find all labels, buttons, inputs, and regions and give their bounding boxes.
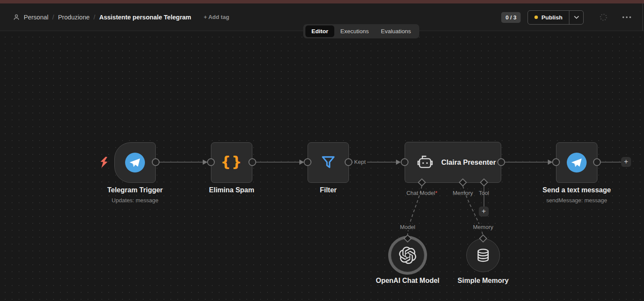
- workspace-color-strip: [0, 0, 644, 3]
- publish-status-dot-icon: [534, 16, 538, 19]
- node-title: Elimina Spam: [188, 186, 275, 194]
- edge-label-memory: Memory: [469, 224, 497, 230]
- breadcrumb-project[interactable]: Personal: [24, 14, 48, 21]
- trigger-bolt-icon: [100, 157, 108, 170]
- breadcrumb: Personal / Produzione / Assistente perso…: [13, 13, 229, 21]
- node-title: Send a text message: [534, 186, 620, 194]
- chevron-down-icon: [574, 16, 579, 19]
- breadcrumb-separator: /: [94, 13, 95, 21]
- publish-button-label: Publish: [541, 14, 562, 21]
- publish-counter-badge: 0 / 3: [501, 12, 521, 23]
- header-actions: 0 / 3 Publish: [501, 3, 631, 31]
- workflow-canvas[interactable]: Telegram Trigger Updates: message {} Eli…: [0, 31, 644, 301]
- node-title: Telegram Trigger: [92, 186, 178, 194]
- workflow-name[interactable]: Assistente personale Telegram: [99, 14, 191, 21]
- openai-icon: [399, 247, 416, 264]
- node-label: Claira Presenter: [441, 158, 496, 166]
- tab-evaluations[interactable]: Evaluations: [375, 25, 417, 37]
- add-node-button[interactable]: +: [621, 157, 631, 167]
- database-icon: [475, 248, 491, 263]
- node-title: Simple Memory: [431, 277, 535, 285]
- telegram-icon: [567, 153, 587, 172]
- code-braces-icon: {}: [221, 154, 243, 170]
- view-tabs: Editor Executions Evaluations: [303, 24, 419, 38]
- publish-dropdown-button[interactable]: [569, 11, 583, 24]
- tab-editor[interactable]: Editor: [305, 25, 334, 37]
- node-filter[interactable]: [308, 142, 349, 183]
- add-tag-button[interactable]: + Add tag: [204, 14, 229, 20]
- person-icon: [13, 14, 20, 21]
- header-right-divider: [642, 3, 643, 31]
- tab-executions[interactable]: Executions: [334, 25, 375, 37]
- publish-button[interactable]: Publish: [528, 10, 584, 25]
- node-title: Filter: [285, 186, 371, 194]
- edge-label-model: Model: [395, 224, 421, 230]
- node-claira-presenter[interactable]: Claira Presenter: [405, 142, 501, 183]
- port-label-tool: Tool: [471, 190, 497, 196]
- breadcrumb-folder[interactable]: Produzione: [58, 14, 89, 21]
- telegram-icon: [125, 153, 145, 172]
- node-subtitle: Updates: message: [92, 197, 178, 204]
- node-openai-chat-model[interactable]: [391, 238, 424, 272]
- edge-label-kept: Kept: [353, 159, 367, 165]
- publish-button-main[interactable]: Publish: [528, 11, 569, 24]
- add-tool-button[interactable]: +: [479, 207, 489, 216]
- loading-spinner-icon: [599, 13, 608, 22]
- node-send-text-message[interactable]: [556, 142, 597, 183]
- node-simple-memory[interactable]: [466, 238, 500, 272]
- breadcrumb-separator: /: [52, 13, 54, 21]
- funnel-icon: [319, 154, 337, 172]
- robot-icon: [416, 155, 434, 170]
- node-subtitle: sendMessage: message: [534, 197, 620, 204]
- node-elimina-spam[interactable]: {}: [211, 142, 252, 183]
- node-telegram-trigger[interactable]: [114, 142, 156, 183]
- more-options-button[interactable]: [622, 16, 631, 18]
